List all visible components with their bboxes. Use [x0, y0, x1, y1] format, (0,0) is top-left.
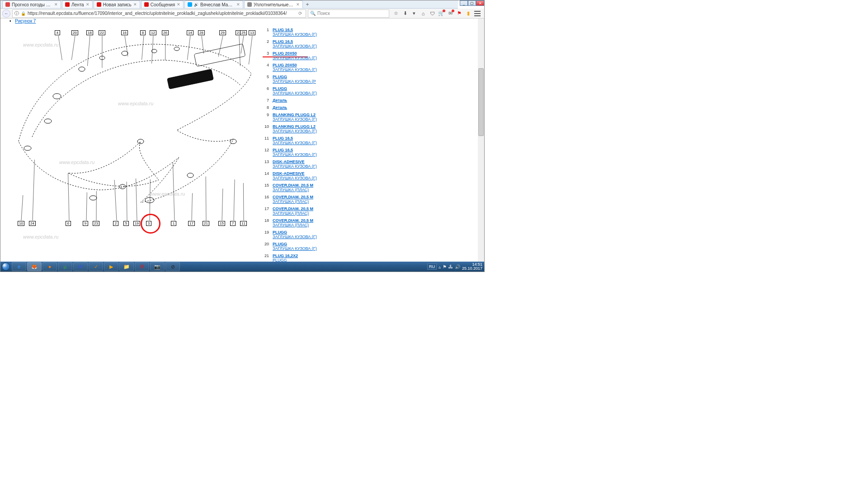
- part-row-17: 17COVER,DIAM. 20,5 MЗАГЛУШКА (ПЛАС): [263, 206, 353, 216]
- close-button[interactable]: ✕: [476, 0, 484, 6]
- part-name-link[interactable]: DISK-ADHESIVE: [273, 160, 317, 164]
- tab-3[interactable]: Сообщения✕: [141, 0, 184, 8]
- pocket-icon[interactable]: ⬇: [402, 10, 408, 17]
- audio-icon[interactable]: 🔊: [194, 3, 198, 7]
- part-sub-link[interactable]: ЗАГЛУШКА КУЗОВА (Г): [273, 246, 317, 251]
- part-sub-link[interactable]: ЗАГЛУШКА КУЗОВА (Г): [273, 164, 317, 169]
- tab-close-icon[interactable]: ✕: [296, 2, 300, 7]
- part-sub-link[interactable]: ЗАГЛУШКА КУЗОВА (Г): [273, 117, 317, 122]
- info-icon[interactable]: ⓘ: [14, 10, 19, 17]
- taskbar-app-8[interactable]: Я: [135, 262, 149, 271]
- scrollbar-thumb[interactable]: [478, 68, 484, 136]
- menu-button[interactable]: [474, 10, 481, 17]
- part-name-link[interactable]: COVER,DIAM. 20,5 M: [273, 206, 313, 211]
- flag-icon[interactable]: ⚑: [456, 10, 462, 17]
- tab-0[interactable]: Прогноз погоды в Калуге н✕: [2, 0, 61, 8]
- taskbar-app-6[interactable]: ▶: [104, 262, 118, 271]
- url-bar[interactable]: ⓘ 🔒 https://renault.epcdata.ru/fluence/1…: [12, 9, 306, 18]
- svg-line-24: [187, 36, 190, 60]
- search-box[interactable]: 🔍 Поиск: [308, 9, 389, 18]
- tray-network-icon[interactable]: 🖧: [448, 264, 453, 269]
- minimize-button[interactable]: _: [460, 0, 468, 6]
- reload-button[interactable]: ⟳: [297, 11, 304, 16]
- cart-icon[interactable]: 🛒: [438, 10, 444, 17]
- part-sub-link[interactable]: PLUGG: [273, 258, 298, 262]
- tab-1[interactable]: Лента✕: [62, 0, 93, 8]
- part-sub-link[interactable]: ЗАГЛУШКА КУЗОВА (Г): [273, 32, 317, 37]
- part-name-link[interactable]: BLANKING PLUGG L2: [273, 124, 317, 129]
- note-icon[interactable]: ▮: [465, 10, 472, 17]
- taskbar-app-5[interactable]: ✓: [89, 262, 103, 271]
- back-button[interactable]: ←: [2, 9, 10, 18]
- part-name-link[interactable]: PLUGG: [273, 86, 317, 91]
- part-sub-link[interactable]: ЗАГЛУШКА КУЗОВА (Г): [273, 44, 317, 48]
- part-sub-link[interactable]: ЗАГЛУШКА КУЗОВА (Г): [273, 91, 317, 95]
- shield-icon[interactable]: 🛡: [429, 10, 435, 17]
- tray-volume-icon[interactable]: 🔊: [455, 264, 460, 269]
- part-name-link[interactable]: DISK-ADHESIVE: [273, 171, 317, 176]
- tab-2[interactable]: Новая запись✕: [94, 0, 140, 8]
- svg-line-28: [241, 36, 244, 53]
- part-name-link[interactable]: COVER,DIAM. 20,5 M: [273, 195, 313, 199]
- taskbar-app-2[interactable]: ●: [42, 262, 57, 271]
- taskbar-app-0[interactable]: e: [12, 262, 26, 271]
- part-number: 1: [263, 28, 269, 37]
- taskbar-app-4[interactable]: W: [73, 262, 88, 271]
- part-name-link[interactable]: PLUG 20X50: [273, 51, 317, 56]
- callout-29: 29: [219, 30, 226, 35]
- part-sub-link[interactable]: ЗАГЛУШКА КУЗОВА (Г): [273, 235, 317, 239]
- taskbar-app-3[interactable]: µ: [58, 262, 72, 271]
- tab-close-icon[interactable]: ✕: [236, 2, 240, 7]
- part-name-link[interactable]: PLUG 16,5: [273, 39, 317, 44]
- tray-flag-icon[interactable]: ⚑: [443, 264, 447, 269]
- part-name-link[interactable]: PLUG 16,5: [273, 148, 317, 152]
- part-sub-link[interactable]: ЗАГЛУШКА КУЗОВА (Р: [273, 79, 316, 84]
- part-sub-link[interactable]: ЗАГЛУШКА (ПЛАС): [273, 188, 313, 192]
- tab-close-icon[interactable]: ✕: [133, 2, 137, 7]
- part-name-link[interactable]: PLUG 20X50: [273, 63, 317, 67]
- part-name-link[interactable]: PLUG 16,2X2: [273, 253, 298, 258]
- tab-close-icon[interactable]: ✕: [177, 2, 180, 7]
- vertical-scrollbar[interactable]: [478, 19, 484, 262]
- part-name-link[interactable]: PLUGG: [273, 75, 316, 79]
- bookmark-star-icon[interactable]: ☆: [393, 10, 399, 17]
- home-icon[interactable]: ⌂: [420, 10, 426, 17]
- part-sub-link[interactable]: ЗАГЛУШКА (ПЛАС): [273, 223, 313, 227]
- taskbar-app-1[interactable]: 🦊: [27, 262, 42, 271]
- part-name-link[interactable]: COVER,DIAM. 20,5 M: [273, 218, 313, 223]
- tab-close-icon[interactable]: ✕: [86, 2, 90, 7]
- part-name-link[interactable]: Деталь: [273, 105, 287, 110]
- part-sub-link[interactable]: ЗАГЛУШКА КУЗОВА (Г): [273, 176, 317, 180]
- part-name-link[interactable]: COVER,DIAM. 20,5 M: [273, 183, 313, 188]
- part-sub-link[interactable]: ЗАГЛУШКА (ПЛАС): [273, 199, 313, 204]
- part-sub-link[interactable]: ЗАГЛУШКА КУЗОВА (Г): [273, 67, 317, 72]
- part-name-link[interactable]: PLUGG: [273, 242, 317, 246]
- part-name-link[interactable]: PLUGG: [273, 230, 317, 235]
- part-sub-link[interactable]: ЗАГЛУШКА КУЗОВА (Г): [273, 56, 317, 60]
- part-name-link[interactable]: Деталь: [273, 98, 287, 103]
- part-row-10: 10BLANKING PLUGG L2ЗАГЛУШКА КУЗОВА (Г): [263, 124, 353, 133]
- taskbar-app-7[interactable]: 📁: [119, 262, 134, 271]
- tab-close-icon[interactable]: ✕: [54, 2, 58, 7]
- part-sub-link[interactable]: ЗАГЛУШКА КУЗОВА (Г): [273, 141, 317, 145]
- part-name-link[interactable]: PLUG 16,5: [273, 28, 317, 32]
- taskbar-app-9[interactable]: 📷: [150, 262, 165, 271]
- taskbar-app-10[interactable]: ⊘: [165, 262, 180, 271]
- part-sub-link[interactable]: ЗАГЛУШКА КУЗОВА (Г): [273, 129, 317, 133]
- mail-icon[interactable]: ✉: [447, 10, 453, 17]
- part-sub-link[interactable]: ЗАГЛУШКА (ПЛАС): [273, 211, 313, 216]
- part-name-link[interactable]: PLUG 16,5: [273, 136, 317, 141]
- tray-chevron-icon[interactable]: ▵: [439, 264, 441, 269]
- maximize-button[interactable]: ▢: [468, 0, 476, 6]
- new-tab-button[interactable]: +: [304, 0, 311, 8]
- start-button[interactable]: [0, 262, 11, 272]
- tab-5[interactable]: Уплотнительные прокладки н✕: [244, 0, 303, 8]
- downloads-icon[interactable]: ▾: [411, 10, 417, 17]
- language-indicator[interactable]: RU: [427, 263, 437, 270]
- part-sub-link[interactable]: ЗАГЛУШКА КУЗОВА (Г): [273, 152, 317, 157]
- part-name-link[interactable]: BLANKING PLUGG L2: [273, 113, 317, 117]
- tray-clock[interactable]: 14:51 25.10.2017: [462, 263, 482, 271]
- breadcrumb-link[interactable]: Рисунок 7: [15, 19, 36, 23]
- tab-4[interactable]: 🔊Вячеслав Масников — …✕: [184, 0, 243, 8]
- part-number: 3: [263, 51, 269, 60]
